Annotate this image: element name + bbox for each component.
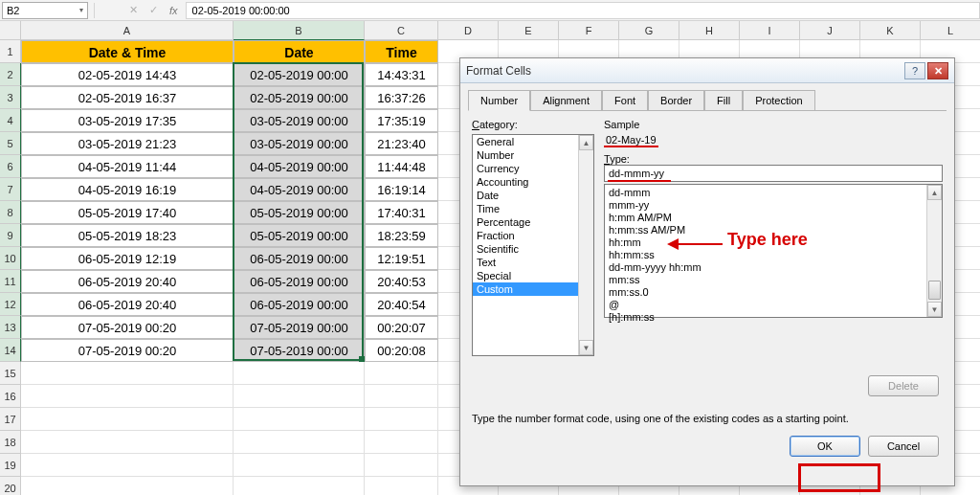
- cell[interactable]: 02-05-2019 00:00: [234, 63, 365, 86]
- tab-number[interactable]: Number: [468, 90, 530, 111]
- row-header[interactable]: 11: [0, 270, 21, 293]
- cell[interactable]: 07-05-2019 00:20: [21, 339, 234, 362]
- cell[interactable]: 16:37:26: [365, 86, 438, 109]
- column-header[interactable]: F: [559, 21, 619, 40]
- column-header[interactable]: A: [21, 21, 234, 40]
- row-header[interactable]: 6: [0, 155, 21, 178]
- fx-icon[interactable]: fx: [169, 5, 178, 16]
- type-option[interactable]: mm:ss.0: [609, 286, 924, 299]
- type-option[interactable]: hh:mm: [609, 236, 924, 249]
- cancel-button[interactable]: Cancel: [868, 436, 939, 457]
- row-header[interactable]: 18: [0, 431, 21, 454]
- category-item[interactable]: Percentage: [473, 215, 593, 229]
- delete-button[interactable]: Delete: [868, 375, 939, 396]
- category-item[interactable]: Scientific: [473, 242, 593, 256]
- column-header[interactable]: E: [499, 21, 559, 40]
- dialog-close-button[interactable]: ✕: [927, 62, 948, 79]
- type-option[interactable]: [h]:mm:ss: [609, 311, 924, 324]
- cell[interactable]: [234, 362, 365, 385]
- cell[interactable]: 02-05-2019 16:37: [21, 86, 234, 109]
- type-option[interactable]: mmm-yy: [609, 199, 924, 212]
- ok-button[interactable]: OK: [790, 436, 860, 457]
- row-header[interactable]: 20: [0, 477, 21, 495]
- cell[interactable]: [365, 477, 438, 495]
- cell[interactable]: [21, 431, 234, 454]
- cell[interactable]: 04-05-2019 16:19: [21, 178, 234, 201]
- type-option[interactable]: h:mm:ss AM/PM: [609, 224, 924, 236]
- tab-border[interactable]: Border: [648, 90, 704, 111]
- row-header[interactable]: 12: [0, 293, 21, 316]
- cell[interactable]: Date & Time: [21, 40, 234, 63]
- cell[interactable]: [21, 385, 234, 408]
- cell[interactable]: 16:19:14: [365, 178, 438, 201]
- name-box[interactable]: B2 ▾: [2, 2, 88, 19]
- column-header[interactable]: H: [679, 21, 740, 40]
- cell[interactable]: [21, 454, 234, 477]
- tab-fill[interactable]: Fill: [704, 90, 743, 111]
- cell[interactable]: 05-05-2019 18:23: [21, 224, 234, 247]
- cell[interactable]: [234, 454, 365, 477]
- category-item[interactable]: Number: [473, 148, 593, 162]
- column-header[interactable]: J: [800, 21, 860, 40]
- cell[interactable]: [21, 408, 234, 431]
- cell[interactable]: 05-05-2019 00:00: [234, 201, 365, 224]
- type-option[interactable]: mm:ss: [609, 274, 924, 286]
- select-all-corner[interactable]: [0, 21, 21, 40]
- row-header[interactable]: 4: [0, 109, 21, 132]
- cell[interactable]: 05-05-2019 17:40: [21, 201, 234, 224]
- type-option[interactable]: @: [609, 299, 924, 311]
- cell[interactable]: Time: [365, 40, 438, 63]
- cell[interactable]: 20:40:54: [365, 293, 438, 316]
- column-header[interactable]: L: [921, 21, 980, 40]
- cell[interactable]: 06-05-2019 00:00: [234, 293, 365, 316]
- cell[interactable]: 00:20:08: [365, 339, 438, 362]
- cell[interactable]: 05-05-2019 00:00: [234, 224, 365, 247]
- row-header[interactable]: 8: [0, 201, 21, 224]
- cell[interactable]: 06-05-2019 00:00: [234, 247, 365, 270]
- category-item[interactable]: Date: [473, 189, 593, 202]
- cell[interactable]: [365, 431, 438, 454]
- category-item[interactable]: Special: [473, 269, 593, 282]
- scroll-thumb[interactable]: [928, 281, 941, 300]
- row-header[interactable]: 5: [0, 132, 21, 155]
- row-header[interactable]: 16: [0, 385, 21, 408]
- tab-font[interactable]: Font: [602, 90, 648, 111]
- cell[interactable]: 11:44:48: [365, 155, 438, 178]
- column-header[interactable]: G: [619, 21, 679, 40]
- cell[interactable]: 03-05-2019 00:00: [234, 132, 365, 155]
- type-option[interactable]: dd-mmm: [609, 187, 924, 199]
- cell[interactable]: 20:40:53: [365, 270, 438, 293]
- type-option[interactable]: h:mm AM/PM: [609, 212, 924, 224]
- cell[interactable]: [365, 408, 438, 431]
- formula-bar[interactable]: 02-05-2019 00:00:00: [186, 2, 980, 19]
- cell[interactable]: 06-05-2019 20:40: [21, 270, 234, 293]
- cell[interactable]: Date: [234, 40, 365, 63]
- category-listbox[interactable]: GeneralNumberCurrencyAccountingDateTimeP…: [472, 134, 594, 356]
- cell[interactable]: 07-05-2019 00:20: [21, 316, 234, 339]
- column-header[interactable]: I: [740, 21, 800, 40]
- cell[interactable]: 06-05-2019 12:19: [21, 247, 234, 270]
- scroll-up-icon[interactable]: ▲: [579, 135, 593, 150]
- name-box-dropdown-icon[interactable]: ▾: [79, 6, 83, 14]
- cell[interactable]: [365, 362, 438, 385]
- type-option[interactable]: dd-mm-yyyy hh:mm: [609, 261, 924, 274]
- row-header[interactable]: 1: [0, 40, 21, 63]
- row-header[interactable]: 2: [0, 63, 21, 86]
- category-item[interactable]: Fraction: [473, 229, 593, 242]
- cell[interactable]: 21:23:40: [365, 132, 438, 155]
- cell[interactable]: 14:43:31: [365, 63, 438, 86]
- cancel-formula-icon[interactable]: ✕: [129, 4, 138, 16]
- category-item[interactable]: General: [473, 135, 593, 148]
- cell[interactable]: 07-05-2019 00:00: [234, 339, 365, 362]
- cell[interactable]: 04-05-2019 00:00: [234, 155, 365, 178]
- cell[interactable]: [21, 362, 234, 385]
- row-header[interactable]: 3: [0, 86, 21, 109]
- column-header[interactable]: C: [365, 21, 438, 40]
- cell[interactable]: 06-05-2019 20:40: [21, 293, 234, 316]
- cell[interactable]: [365, 454, 438, 477]
- cell[interactable]: 04-05-2019 11:44: [21, 155, 234, 178]
- row-header[interactable]: 14: [0, 339, 21, 362]
- cell[interactable]: [234, 477, 365, 495]
- category-item[interactable]: Currency: [473, 162, 593, 175]
- accept-formula-icon[interactable]: ✓: [149, 4, 158, 16]
